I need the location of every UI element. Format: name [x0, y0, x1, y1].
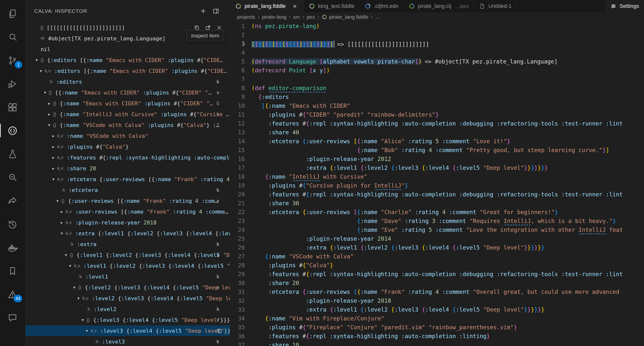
code-line[interactable]: 37 :share 10 [230, 340, 644, 346]
activitybar-item-extensions[interactable] [0, 96, 25, 119]
chevron-down-icon[interactable]: ▾ [62, 252, 70, 258]
code-line[interactable]: 22 :etcetera {:user-reviews [{:name "Cha… [230, 208, 644, 217]
activitybar-item-calva[interactable] [0, 119, 25, 142]
tree-row[interactable]: ▸k,v:features #{:repl :syntax-highlighti… [25, 152, 230, 163]
code-line[interactable]: 35 :plugins #{"Fireplace" "Conjure" "par… [230, 323, 644, 332]
tree-row[interactable]: :k:etceterak [25, 185, 230, 195]
code-line[interactable]: 8(def editor-comparison [230, 84, 644, 93]
chevron-down-icon[interactable]: ▾ [45, 123, 53, 128]
code-line[interactable]: 13 :share 40 [230, 128, 644, 137]
chevron-right-icon[interactable]: ▸ [50, 166, 57, 171]
chevron-right-icon[interactable]: ▸ [58, 209, 66, 214]
code-line[interactable]: 6(defrecord Point [x y]) [230, 66, 644, 75]
tree-row[interactable]: ▾{}{:level2 {:level3 {:level4 {:level5 "… [25, 282, 230, 293]
tree-row[interactable]: ▾{}{:level3 {:level4 {:level5 "Deep leve… [25, 314, 230, 325]
tree-row[interactable]: ▾{}{:user-reviews [{:name "Frank" :ratin… [25, 195, 230, 206]
code-line[interactable]: 19 :plugins #{"Cursive plugin for Intell… [230, 181, 644, 190]
activitybar-item-explorer[interactable] [0, 2, 25, 25]
activitybar-item-search-details[interactable] [0, 166, 25, 189]
tree-row[interactable]: ▸k,v:name "VSCode with Calva" [25, 130, 230, 141]
activitybar-item-bookmarks[interactable] [0, 259, 25, 282]
code-line[interactable]: 16 :plugin-release-year 2012 [230, 155, 644, 163]
code-line[interactable]: 26 :extra {:level1 {:level2 {:level3 {:l… [230, 243, 644, 252]
activitybar-item-source-control[interactable]: 1 [0, 49, 25, 72]
tree-row[interactable]: ▾k,v:extra {:level1 {:level2 {:level3 {:… [25, 228, 230, 239]
code-line[interactable]: 25 :plugin-release-year 2014 [230, 234, 644, 243]
chevron-down-icon[interactable]: ▾ [74, 296, 82, 301]
tree-row[interactable]: ▾k,v:level3 {:level4 {:level5 "Deep leve… [25, 325, 230, 336]
breadcrumb-item[interactable]: projects [237, 14, 255, 20]
chevron-right-icon[interactable]: ▸ [50, 155, 57, 160]
tree-row[interactable]: ▾k,v:editors [{:name "Emacs with CIDER" … [25, 66, 230, 76]
code-line[interactable]: 21 :share 30 [230, 199, 644, 208]
code-line[interactable]: 34 {:name "Vim with Fireplace/Conjure" [230, 314, 644, 323]
activitybar-item-docker[interactable] [0, 236, 25, 259]
code-line[interactable]: 29 :features #{:repl :syntax-highlightin… [230, 270, 644, 278]
code-line[interactable]: 17 :extra {:level1 {:level2 {:level3 {:l… [230, 163, 644, 172]
open-new-inspector-button[interactable] [211, 6, 221, 16]
tree-row[interactable]: ▾k,v:etcetera {:user-reviews [{:name "Fr… [25, 174, 230, 185]
tree-row[interactable]: ▸{}{:name "Emacs with CIDER" :plugins #{… [25, 98, 230, 109]
code-line[interactable]: 5(defrecord Language [alphabet vowels pi… [230, 57, 644, 66]
code-line[interactable]: 2 [230, 31, 644, 39]
code-line[interactable]: 11 :plugins #{"CIDER" "paredit" "rainbow… [230, 110, 644, 119]
tree-row[interactable]: ▸k,v:share 20 [25, 163, 230, 174]
tab-untitled-1[interactable]: Untitled-1 [474, 0, 516, 12]
code-line[interactable]: 30 :share 20 [230, 278, 644, 287]
activitybar-item-testing[interactable] [0, 142, 25, 166]
code-line[interactable]: 10 [{:name "Emacs with CIDER" [230, 101, 644, 110]
chevron-down-icon[interactable]: ▾ [50, 177, 57, 182]
tree-row[interactable]: ▾{}{:editors [{:name "Emacs with CIDER" … [25, 55, 230, 66]
chevron-right-icon[interactable]: ▸ [50, 133, 57, 139]
breadcrumb-item[interactable]: pirate-lang [262, 14, 286, 20]
code-line[interactable]: 32 :plugin-release-year 2018 [230, 296, 644, 305]
chevron-down-icon[interactable]: ▾ [37, 68, 45, 74]
code-line[interactable]: 4 [230, 48, 644, 57]
tree-row[interactable]: ▾k,v:level1 {:level2 {:level3 {:level4 {… [25, 260, 230, 271]
tree-row[interactable]: ▸k,v:user-reviews [{:name "Frank" :ratin… [25, 206, 230, 217]
code-line[interactable]: 18 {:name "IntelliJ with Cursive" [230, 172, 644, 181]
activitybar-item-history[interactable] [0, 212, 25, 236]
tree-row[interactable]: ▾{}{:name "VSCode with Calva" :plugins #… [25, 120, 230, 130]
code-line[interactable]: 7 [230, 75, 644, 84]
code-line[interactable]: 20 :features #{:repl :syntax-highlightin… [230, 190, 644, 199]
tab--cljfmt-edn[interactable]: .cljfmt.edn [360, 0, 404, 12]
activitybar-item-run-and-debug[interactable] [0, 72, 25, 96]
tree-row[interactable]: :k:editorsk [25, 76, 230, 87]
code-line[interactable]: 27 {:name "VSCode with Calva" [230, 252, 644, 261]
activitybar-item-problems[interactable]: 44 [0, 282, 25, 306]
tree-row[interactable]: nil [25, 44, 230, 55]
tree-row[interactable]: ▾[][{:name "Emacs with CIDER" :plugins #… [25, 87, 230, 98]
activitybar-item-feedback[interactable] [0, 306, 25, 329]
code-line[interactable]: 31 :etcetera {:user-reviews [{:name "Fra… [230, 287, 644, 296]
tree-row[interactable]: ▾k,v:level2 {:level3 {:level4 {:level5 "… [25, 293, 230, 304]
tab-pirate-lang-fiddle[interactable]: pirate_lang.fiddle× [230, 0, 304, 12]
tree-row[interactable]: ▾{}{:level1 {:level2 {:level3 {:level4 {… [25, 249, 230, 260]
code-line[interactable]: 15 {:name "Bob" :rating 4 :comment "Pret… [230, 146, 644, 155]
tree-row[interactable]: ▸{}{:name "IntelliJ with Cursive" :plugi… [25, 109, 230, 120]
activitybar-item-search[interactable] [0, 25, 25, 49]
code-line[interactable]: 9 {:editors [230, 93, 644, 101]
breadcrumb-item[interactable]: ... [375, 14, 380, 20]
tree-row[interactable]: :k:level1k [25, 271, 230, 282]
code-editor[interactable]: 1(ns pez.pirate-lang)23[[[[[[[[[[[[]]]]]… [230, 22, 644, 346]
tree-row[interactable]: :k:level2k [25, 304, 230, 314]
code-line[interactable]: 1(ns pez.pirate-lang) [230, 22, 644, 31]
chevron-right-icon[interactable]: ▸ [45, 112, 53, 117]
code-line[interactable]: 28 :plugins #{"Calva"} [230, 261, 644, 270]
tab-pirate-lang-clj[interactable]: pirate_lang.clj…/pez [404, 0, 474, 12]
code-line[interactable]: 36 :features #{:repl :syntax-highlightin… [230, 332, 644, 340]
tree-row[interactable]: ▸k,v:plugin-release-year 2018 [25, 217, 230, 228]
breadcrumb-item[interactable]: pez [307, 14, 315, 20]
code-line[interactable]: 23 {:name "Dave" :rating 3 :comment "Req… [230, 217, 644, 225]
chevron-down-icon[interactable]: ▾ [79, 317, 86, 323]
chevron-down-icon[interactable]: ▾ [41, 90, 49, 95]
code-line[interactable]: 14 :etcetera {:user-reviews [{:name "Ali… [230, 137, 644, 146]
breadcrumb-item[interactable]: src [293, 14, 300, 20]
code-line[interactable]: 3[[[[[[[[[[[[]]]]]]]]]]]]=> [[[[[[[[[[[[… [230, 39, 644, 48]
chevron-right-icon[interactable]: ▸ [45, 101, 53, 106]
code-line[interactable]: 33 :extra {:level1 {:level2 {:level3 {:l… [230, 305, 644, 314]
add-inspector-item-button[interactable] [198, 6, 208, 16]
close-icon[interactable]: × [291, 3, 299, 10]
chevron-down-icon[interactable]: ▾ [70, 285, 78, 290]
